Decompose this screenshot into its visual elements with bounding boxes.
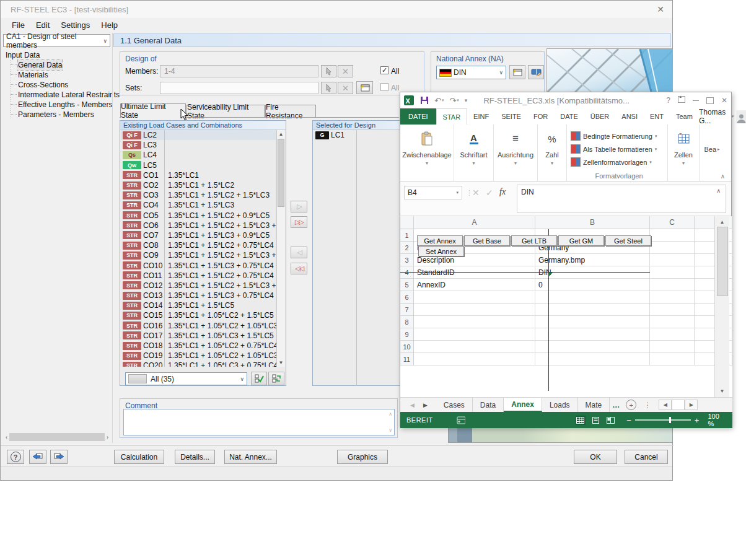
add-one-button[interactable]: ▷ <box>291 201 307 212</box>
ribbon-tab[interactable]: ENT <box>644 108 670 125</box>
selected-list[interactable]: G LC1 <box>314 130 410 386</box>
remove-all-button[interactable]: ◁◁ <box>291 263 307 274</box>
cell-a[interactable] <box>414 304 535 316</box>
row-header[interactable]: 11 <box>400 353 414 365</box>
sheet-tab[interactable]: Annex <box>504 398 542 412</box>
load-case-row[interactable]: STR CO18 1.35*LC1 + 1.05*LC2 + 0.75*LC4 … <box>121 341 278 351</box>
cell-a[interactable] <box>414 316 535 328</box>
cell-b[interactable] <box>535 291 650 304</box>
load-case-row[interactable]: STR CO8 1.35*LC1 + 1.5*LC2 + 0.75*LC4 + <box>121 240 278 250</box>
load-case-row[interactable]: STR CO7 1.35*LC1 + 1.5*LC3 + 0.9*LC5 <box>121 230 278 240</box>
case-selector-dropdown[interactable]: CA1 - Design of steel members ∨ <box>3 34 110 47</box>
grid-row[interactable]: 10 <box>400 341 732 353</box>
cancel-button[interactable]: Cancel <box>625 450 668 464</box>
help-button[interactable]: ? <box>7 450 24 464</box>
sets-clear-button[interactable]: ✕ <box>338 82 353 94</box>
grid-row[interactable]: 8 <box>400 316 732 328</box>
sets-all-checkbox[interactable] <box>380 83 388 91</box>
load-case-list[interactable]: Qi F LC2 Qi F LC3 Qs LC4 <box>121 130 278 367</box>
grid-row[interactable]: 11 <box>400 353 732 365</box>
tab-fire-resistance[interactable]: Fire Resistance <box>265 105 316 118</box>
cell-c[interactable] <box>650 279 695 291</box>
qat-customize-icon[interactable]: ▾ <box>465 97 468 103</box>
select-all-corner[interactable] <box>400 216 414 229</box>
load-case-row[interactable]: STR CO19 1.35*LC1 + 1.05*LC2 + 1.05*LC3 … <box>121 351 278 361</box>
previous-window-button[interactable] <box>29 450 46 464</box>
zoom-slider-thumb[interactable] <box>669 417 671 423</box>
grid-row[interactable]: 9 <box>400 328 732 341</box>
cell-b[interactable] <box>535 316 650 328</box>
load-case-row[interactable]: STR CO20 1.35*LC1 + 1.05*LC3 + 0.75*LC4 … <box>121 361 278 367</box>
cell-c[interactable] <box>650 304 695 316</box>
ribbon-tab[interactable]: STAR <box>436 108 468 125</box>
rf-titlebar[interactable]: RF-STEEL EC3 - [test-visibilities] <box>1 1 672 18</box>
sheet-tab[interactable]: Loads <box>542 398 578 412</box>
menu-item[interactable]: Edit <box>36 20 50 30</box>
collapse-ribbon-icon[interactable]: ∧ <box>721 173 725 180</box>
minimize-icon[interactable] <box>693 100 699 101</box>
save-icon[interactable] <box>420 96 429 105</box>
mini-scroll-right-icon[interactable]: ▶ <box>685 400 698 410</box>
tree-item[interactable]: Parameters - Members <box>11 110 111 120</box>
restore-icon[interactable] <box>706 97 714 104</box>
menu-item[interactable]: File <box>12 20 25 30</box>
undo-dropdown-icon[interactable]: ▾ <box>442 98 444 103</box>
cell-b[interactable]: 0 <box>535 279 650 291</box>
avatar[interactable] <box>736 110 746 123</box>
load-case-row[interactable]: STR CO1 1.35*LC1 <box>121 170 278 180</box>
scrollbar-thumb[interactable] <box>9 433 105 441</box>
styles-menu-item[interactable]: Als Tabelle formatieren ▾ <box>571 142 657 155</box>
cell-c[interactable] <box>650 291 695 304</box>
remove-one-button[interactable]: ◁ <box>291 247 307 258</box>
cell-c[interactable] <box>650 242 695 254</box>
tab-mini-scrollbar[interactable]: ◀ ▶ <box>659 398 698 412</box>
get-base-button[interactable]: Get Base <box>464 235 510 246</box>
insert-function-icon[interactable]: fx <box>499 187 506 197</box>
row-header[interactable]: 9 <box>400 328 414 341</box>
cell-a[interactable] <box>414 353 535 365</box>
load-case-row[interactable]: Qi F LC3 <box>121 140 278 150</box>
mini-scroll-thumb[interactable] <box>672 400 685 410</box>
scroll-left-icon[interactable]: ‹ <box>6 434 7 440</box>
sheet-tab[interactable]: Data <box>473 398 504 412</box>
scroll-up-icon[interactable]: ▲ <box>279 131 284 137</box>
cell-b[interactable]: Germany.bmp <box>535 254 650 266</box>
ribbon-display-icon[interactable]: ▴ <box>678 96 685 105</box>
excel-help-icon[interactable]: ? <box>666 96 670 105</box>
national-annex-dropdown[interactable]: DIN ∨ <box>436 66 506 79</box>
new-set-button[interactable]: ✶ <box>356 81 373 94</box>
sheet-nav-right-icon[interactable]: ▶ <box>423 398 428 412</box>
grid-row[interactable]: 5 AnnexID 0 <box>400 279 732 291</box>
menu-item[interactable]: Help <box>101 20 118 30</box>
new-annex-button[interactable]: ✶ <box>509 65 525 79</box>
load-case-scrollbar[interactable]: ▲ ▼ <box>276 130 285 367</box>
styles-menu-item[interactable]: Bedingte Formatierung ▾ <box>571 129 657 142</box>
cell-c[interactable] <box>650 229 695 242</box>
ribbon-tab[interactable]: ANSI <box>615 108 644 125</box>
normal-view-icon[interactable] <box>576 416 586 425</box>
tab-options-dots-icon[interactable]: ⋮ <box>644 398 651 412</box>
cell-b[interactable] <box>535 328 650 341</box>
selected-row[interactable]: G LC1 <box>314 130 410 140</box>
get-steel-button[interactable]: Get Steel <box>605 235 651 246</box>
cell-c[interactable] <box>650 266 695 279</box>
mini-scroll-left-icon[interactable]: ◀ <box>659 400 672 410</box>
ribbon-tab[interactable]: Team <box>670 108 699 125</box>
cell-b[interactable] <box>535 304 650 316</box>
row-header[interactable]: 5 <box>400 279 414 291</box>
row-header[interactable]: 2 <box>400 242 414 254</box>
excel-titlebar[interactable]: X ↶ ▾ ↷ ▾ ▾ RF-STEEL_EC3.xls [Kompatibil… <box>400 92 731 108</box>
graphics-button[interactable]: Graphics <box>337 450 388 464</box>
scroll-right-icon[interactable]: › <box>107 434 108 440</box>
zoom-in-icon[interactable]: + <box>695 416 700 425</box>
cell-a[interactable]: AnnexID <box>414 279 535 291</box>
tree-item[interactable]: Effective Lengths - Members <box>11 100 111 110</box>
sets-pick-button[interactable] <box>321 82 336 94</box>
row-header[interactable]: 1 <box>400 229 414 242</box>
ribbon-tab[interactable]: SEITE <box>495 108 527 125</box>
cell-b[interactable] <box>535 341 650 353</box>
ribbon-tab[interactable]: FOR <box>527 108 554 125</box>
load-case-row[interactable]: STR CO9 1.35*LC1 + 1.5*LC2 + 1.5*LC3 + 0… <box>121 250 278 260</box>
scroll-down-icon[interactable]: ▼ <box>720 388 725 394</box>
styles-menu-item[interactable]: Zellenformatvorlagen ▾ <box>571 155 657 168</box>
